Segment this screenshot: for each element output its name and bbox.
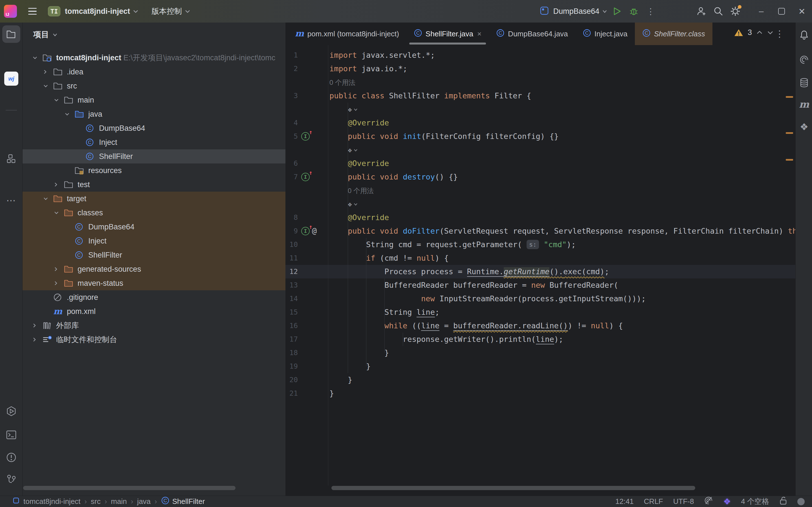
project-panel-title[interactable]: 项目 (33, 22, 57, 47)
chevron-down-icon[interactable] (33, 51, 38, 65)
chevron-down-icon[interactable] (54, 206, 59, 220)
tab-options-icon[interactable]: ⋮ (775, 29, 784, 39)
tree-item-generated-sources[interactable]: generated-sources (22, 262, 286, 276)
overrides-icon[interactable]: I↑ (301, 132, 310, 140)
tab-ShellFilter.java[interactable]: CShellFilter.java× (406, 22, 489, 45)
breadcrumb-item[interactable]: CShellFilter (161, 496, 205, 507)
code-line-2[interactable]: 2import java.io.*; (286, 62, 795, 75)
error-stripe-mark[interactable] (786, 96, 793, 98)
code-line-13[interactable]: 13 BufferedReader bufferedReader = new B… (286, 278, 795, 292)
tree-item-.gitignore[interactable]: .gitignore (22, 290, 286, 304)
ai-assistant-tool-button[interactable] (797, 52, 811, 68)
tree-item-ShellFilter[interactable]: CShellFilter (22, 149, 286, 163)
more-tool-windows-button[interactable]: ⋯ (2, 192, 20, 209)
code-line-14[interactable]: 14 new InputStreamReader(process.getInpu… (286, 292, 795, 305)
code-line-18[interactable]: 18 } (286, 346, 795, 359)
code-line-8[interactable]: 8 @Override (286, 211, 795, 224)
ai-actions-inlay[interactable]: ❖ (348, 144, 358, 157)
code-line-3[interactable]: 3public class ShellFilter implements Fil… (286, 89, 795, 103)
project-panel-hscrollbar[interactable] (23, 486, 236, 490)
tree-item-pom.xml[interactable]: mpom.xml (22, 304, 286, 319)
code-line-21[interactable]: 21} (286, 387, 795, 400)
project-switcher[interactable]: tomcat8jndi-inject (65, 7, 130, 16)
tab-Inject.java[interactable]: CInject.java (575, 22, 635, 45)
database-tool-button[interactable] (797, 75, 811, 91)
file-encoding[interactable]: UTF-8 (673, 497, 694, 506)
code-line-12[interactable]: 12 Process process = Runtime.getRuntime(… (286, 265, 795, 278)
ai-disabled-icon[interactable] (704, 496, 713, 507)
chevron-down-icon[interactable] (43, 79, 48, 93)
error-stripe-mark[interactable] (786, 132, 793, 134)
tree-item-外部库[interactable]: 外部库 (22, 319, 286, 333)
search-everywhere-button[interactable] (711, 4, 726, 18)
usages-inlay[interactable]: 0 个用法 (286, 75, 795, 89)
add-user-button[interactable] (694, 4, 709, 18)
tree-item-ShellFilter[interactable]: CShellFilter (22, 248, 286, 262)
tree-item-maven-status[interactable]: maven-status (22, 276, 286, 290)
tab-pom.xml-tomcat8jndi-inject-[interactable]: mpom.xml (tomcat8jndi-inject) (288, 22, 406, 45)
caret-position[interactable]: 12:41 (615, 497, 634, 506)
breadcrumb-item[interactable]: tomcat8jndi-inject (23, 497, 81, 506)
terminal-tool-button[interactable] (2, 426, 20, 444)
settings-button[interactable] (728, 4, 743, 18)
line-separator[interactable]: CRLF (644, 497, 663, 506)
notifications-button[interactable] (797, 27, 811, 43)
code-editor[interactable]: 1import javax.servlet.*;2import java.io.… (286, 45, 795, 486)
chevron-right-icon[interactable] (54, 276, 58, 290)
chevron-right-icon[interactable] (33, 333, 36, 347)
tree-item-resources[interactable]: resources (22, 163, 286, 177)
code-line-10[interactable]: 10 String cmd = request.getParameter( s:… (286, 238, 795, 251)
chevron-right-icon[interactable] (33, 319, 36, 333)
tree-item-java[interactable]: java (22, 107, 286, 121)
code-line-20[interactable]: 20 } (286, 373, 795, 387)
services-tool-button[interactable] (2, 402, 20, 420)
ai-actions-inlay[interactable]: ❖ (348, 103, 358, 116)
ai-assistant-icon[interactable]: ❖ (723, 497, 731, 506)
project-tool-button[interactable] (2, 25, 20, 43)
ai-inlay[interactable]: ❖ (286, 143, 795, 157)
code-line-1[interactable]: 1import javax.servlet.*; (286, 49, 795, 62)
main-menu-icon[interactable] (28, 8, 37, 15)
tree-item-DumpBase64[interactable]: CDumpBase64 (22, 121, 286, 135)
code-line-6[interactable]: 6 @Override (286, 157, 795, 170)
tree-item-临时文件和控制台[interactable]: 临时文件和控制台 (22, 333, 286, 347)
tree-item-target[interactable]: target (22, 192, 286, 206)
structure-tool-button[interactable] (2, 150, 20, 167)
error-stripe-mark[interactable] (786, 159, 793, 161)
chevron-down-icon[interactable] (43, 192, 48, 206)
indent-setting[interactable]: 4 个空格 (741, 497, 769, 506)
intellij-logo-icon[interactable]: IJ (4, 5, 17, 18)
run-configuration[interactable]: DumpBase64 (540, 6, 607, 17)
chevron-down-icon[interactable] (54, 93, 59, 107)
close-button[interactable]: ✕ (792, 4, 812, 18)
chevron-right-icon[interactable] (43, 65, 47, 79)
ai-actions-tool-button[interactable]: ❖ (797, 119, 811, 135)
more-actions-button[interactable]: ⋮ (643, 4, 658, 18)
chevron-up-icon[interactable] (756, 31, 763, 35)
tree-item-tomcat8jndi-inject[interactable]: tomcat8jndi-inject E:\开发项目\javasec2\tomc… (22, 51, 286, 65)
tree-item-.idea[interactable]: .idea (22, 65, 286, 79)
code-line-11[interactable]: 11 if (cmd != null) { (286, 251, 795, 265)
ai-actions-inlay[interactable]: ❖ (348, 198, 358, 211)
tree-item-test[interactable]: test (22, 177, 286, 192)
breadcrumb-item[interactable]: main (111, 497, 126, 506)
git-tool-button[interactable] (2, 471, 20, 488)
ai-inlay[interactable]: ❖ (286, 197, 795, 211)
tree-item-classes[interactable]: classes (22, 206, 286, 220)
usages-hint[interactable]: 0 个用法 (329, 78, 355, 86)
tree-item-src[interactable]: src (22, 79, 286, 93)
vcs-widget[interactable]: 版本控制 (151, 6, 182, 16)
code-line-9[interactable]: 9I↑@ public void doFilter(ServletRequest… (286, 224, 795, 238)
overrides-icon[interactable]: I↑ (301, 173, 310, 181)
tree-item-Inject[interactable]: CInject (22, 234, 286, 248)
usages-hint[interactable]: 0 个用法 (348, 187, 374, 194)
project-badge[interactable]: TI (48, 6, 60, 16)
inspections-widget[interactable]: 3 (734, 28, 773, 37)
tree-item-main[interactable]: main (22, 93, 286, 107)
lock-open-icon[interactable] (779, 496, 787, 507)
chevron-down-icon[interactable] (64, 107, 70, 121)
breadcrumb-item[interactable]: src (91, 497, 101, 506)
code-line-16[interactable]: 16 while ((line = bufferedReader.readLin… (286, 319, 795, 333)
chevron-right-icon[interactable] (54, 262, 58, 276)
minimize-button[interactable]: – (751, 4, 771, 18)
